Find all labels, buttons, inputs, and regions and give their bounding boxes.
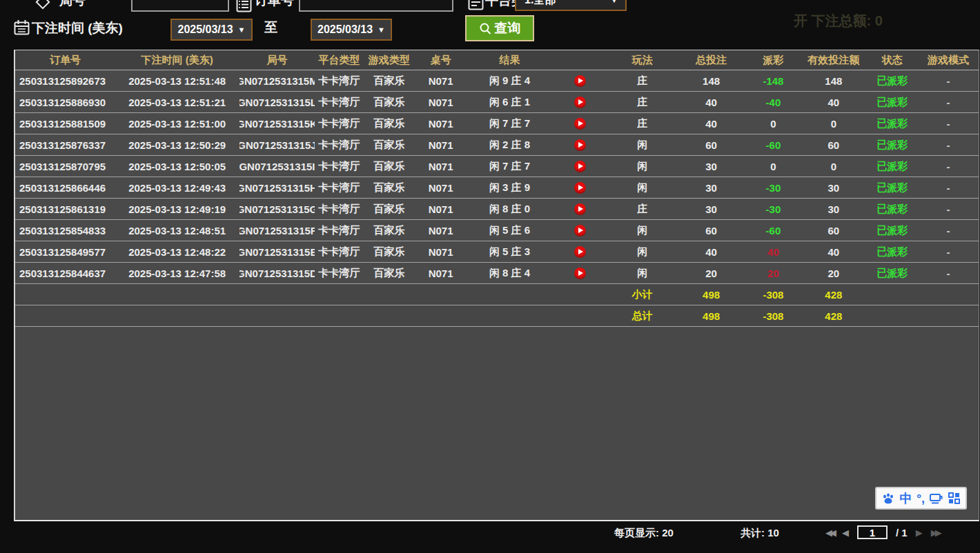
cell-status: 已派彩 <box>866 199 918 219</box>
column-header: 总投注 <box>677 50 746 70</box>
cell-mode: - <box>918 156 979 177</box>
cell-round: GN0712531315K <box>239 113 315 134</box>
video-replay-icon[interactable] <box>574 268 586 279</box>
cell-table_no: N071 <box>415 241 467 262</box>
subtotal-row-play: 小计 <box>608 284 677 305</box>
cell-time: 2025-03-13 12:51:21 <box>115 92 239 112</box>
video-replay-icon[interactable] <box>574 75 586 87</box>
table-row: 2503131258495772025-03-13 12:48:22GN0712… <box>15 241 979 263</box>
video-replay-icon[interactable] <box>574 161 586 172</box>
ime-tools-grid-icon[interactable] <box>948 492 961 505</box>
video-replay-icon[interactable] <box>574 139 586 151</box>
subtotal-row-order <box>15 284 115 305</box>
cell-game: 百家乐 <box>363 241 415 262</box>
video-replay-icon[interactable] <box>574 203 586 215</box>
table-row: 2503131258869302025-03-13 12:51:21GN0712… <box>15 92 979 113</box>
video-replay-icon[interactable] <box>574 97 586 108</box>
cell-mode: - <box>918 263 979 283</box>
column-header: 游戏类型 <box>363 50 415 70</box>
total-row-time <box>115 305 239 326</box>
replay-cell <box>553 177 608 198</box>
background-bet-total-text: 开 下注总额: 0 <box>794 12 883 30</box>
table-row: 2503131258763372025-03-13 12:50:29GN0712… <box>15 134 979 156</box>
cell-payout: -60 <box>746 220 801 241</box>
previous-page-button[interactable]: ◀ <box>842 527 849 538</box>
page-number-input[interactable]: 1 <box>857 525 888 539</box>
cell-platform: 卡卡湾厅 <box>315 113 363 134</box>
video-replay-icon[interactable] <box>574 118 586 130</box>
round-number-input[interactable] <box>131 0 229 12</box>
column-header: 下注时间 (美东) <box>115 50 239 70</box>
cell-table_no: N071 <box>415 199 467 219</box>
cell-play: 闲 <box>608 241 677 262</box>
cell-result: 闲 7 庄 7 <box>467 156 553 177</box>
cell-time: 2025-03-13 12:50:05 <box>115 156 239 177</box>
cell-payout: 0 <box>746 113 801 134</box>
cell-mode: - <box>918 134 979 155</box>
table-header-row: 订单号下注时间 (美东)局号平台类型游戏类型桌号结果玩法总投注派彩有效投注额状态… <box>15 50 979 70</box>
play-triangle <box>578 163 583 169</box>
cell-order: 250313125849577 <box>15 241 115 262</box>
date-to-picker[interactable]: 2025/03/13 ▼ <box>311 19 392 41</box>
video-replay-icon[interactable] <box>574 182 586 194</box>
search-button[interactable]: 查询 <box>465 15 534 41</box>
total-row-platform <box>315 305 363 326</box>
column-header: 局号 <box>239 50 315 70</box>
cell-order: 250313125861319 <box>15 199 115 219</box>
replay-cell <box>553 113 608 134</box>
cell-bet: 148 <box>677 70 746 91</box>
cell-bet: 40 <box>677 113 746 134</box>
ime-punctuation-button[interactable]: °, <box>917 492 925 505</box>
cell-table_no: N071 <box>415 263 467 283</box>
cell-play: 闲 <box>608 177 677 198</box>
date-from-picker[interactable]: 2025/03/13 ▼ <box>170 19 253 41</box>
video-replay-icon[interactable] <box>574 225 586 237</box>
cell-bet: 30 <box>677 177 746 198</box>
cell-valid: 148 <box>801 70 866 91</box>
subtotal-row-round <box>239 284 315 305</box>
ime-logo-paw-icon[interactable] <box>881 492 895 505</box>
ime-soft-keyboard-icon[interactable] <box>929 492 943 505</box>
next-page-button[interactable]: ▶ <box>916 527 923 538</box>
cell-platform: 卡卡湾厅 <box>315 241 363 262</box>
cell-status: 已派彩 <box>866 177 918 198</box>
cell-status: 已派彩 <box>866 263 918 283</box>
cell-result: 闲 6 庄 1 <box>467 92 553 112</box>
total-row-result <box>467 305 553 326</box>
platform-type-select[interactable]: 1.全部 ▼ <box>515 0 627 11</box>
diamond-icon <box>34 0 52 11</box>
subtotal-row-mode <box>918 284 979 305</box>
cell-time: 2025-03-13 12:49:43 <box>115 177 239 198</box>
replay-cell <box>553 134 608 155</box>
play-triangle <box>578 121 583 126</box>
video-replay-icon[interactable] <box>574 246 586 258</box>
cell-order: 250313125854833 <box>15 220 115 241</box>
table-row: 2503131258664462025-03-13 12:49:43GN0712… <box>15 177 979 199</box>
order-number-input[interactable] <box>299 0 453 12</box>
cell-play: 庄 <box>608 199 677 219</box>
column-header: 游戏模式 <box>918 50 979 70</box>
total-row-table_no <box>415 305 467 326</box>
column-header: 派彩 <box>746 50 801 70</box>
replay-cell <box>553 92 608 112</box>
column-header: 订单号 <box>15 50 115 70</box>
ime-chinese-mode-button[interactable]: 中 <box>900 492 912 505</box>
cell-status: 已派彩 <box>866 156 918 177</box>
play-triangle <box>578 228 583 233</box>
cell-mode: - <box>918 177 979 198</box>
last-page-button[interactable]: ▶▶ <box>931 527 939 538</box>
cell-order: 250313125881509 <box>15 113 115 134</box>
cell-mode: - <box>918 220 979 241</box>
cell-status: 已派彩 <box>866 92 918 112</box>
cell-result: 闲 7 庄 7 <box>467 113 553 134</box>
cell-status: 已派彩 <box>866 220 918 241</box>
cell-mode: - <box>918 113 979 134</box>
cell-bet: 40 <box>677 92 746 112</box>
cell-order: 250313125886930 <box>15 92 115 112</box>
cell-play: 庄 <box>608 92 677 112</box>
cell-platform: 卡卡湾厅 <box>315 156 363 177</box>
first-page-button[interactable]: ◀◀ <box>825 527 834 538</box>
total-row-valid: 428 <box>801 305 866 326</box>
replay-cell <box>553 220 608 241</box>
cell-table_no: N071 <box>415 156 467 177</box>
